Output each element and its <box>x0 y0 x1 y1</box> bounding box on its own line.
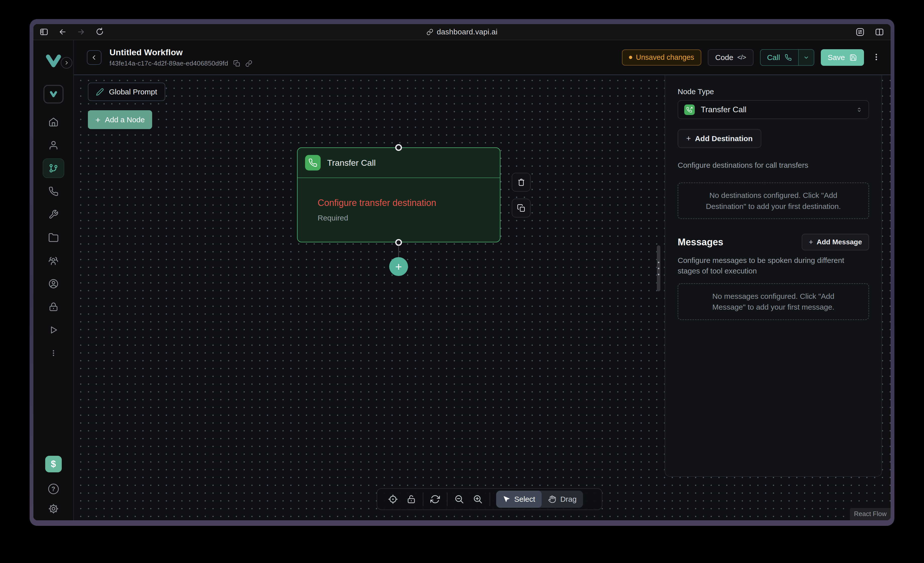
reload-icon[interactable] <box>95 27 104 36</box>
more-menu-button[interactable] <box>870 53 882 62</box>
workflow-title: Untitled Workflow <box>110 48 252 57</box>
url-text: dashboard.vapi.ai <box>437 28 498 36</box>
zoom-out-icon <box>454 494 464 504</box>
play-icon <box>43 320 64 340</box>
react-flow-attribution[interactable]: React Flow <box>850 508 891 520</box>
add-destination-button[interactable]: + Add Destination <box>678 129 761 148</box>
unlock-icon <box>406 494 416 504</box>
auto-layout-button[interactable] <box>426 494 444 504</box>
plus-icon: + <box>395 260 402 273</box>
sidebar-item-more[interactable] <box>33 342 74 365</box>
duplicate-node-button[interactable] <box>512 199 531 218</box>
zoom-out-button[interactable] <box>450 494 468 504</box>
transfer-call-node[interactable]: Transfer Call Configure transfer destina… <box>297 147 500 242</box>
trash-icon <box>517 178 525 186</box>
browser-window: dashboard.vapi.ai <box>30 19 894 526</box>
global-prompt-label: Global Prompt <box>109 88 157 96</box>
lock-canvas-button[interactable] <box>402 494 420 504</box>
phone-icon <box>43 182 64 201</box>
panel-resize-handle[interactable] <box>657 245 660 291</box>
drag-label: Drag <box>560 495 576 503</box>
toolbar-divider <box>447 492 447 506</box>
settings-button[interactable] <box>48 503 59 514</box>
add-node-label: Add a Node <box>105 116 145 124</box>
select-mode-button[interactable]: Select <box>496 491 542 508</box>
call-button[interactable]: Call <box>760 50 798 65</box>
node-warning-note: Required <box>318 214 491 222</box>
node-type-value: Transfer Call <box>701 105 747 114</box>
destinations-description: Configure destinations for call transfer… <box>678 160 869 170</box>
add-message-label: Add Message <box>817 238 862 246</box>
dots-vertical-icon <box>43 343 64 363</box>
forward-icon[interactable] <box>76 27 86 36</box>
refresh-icon <box>430 494 440 504</box>
wrench-icon <box>43 205 64 224</box>
node-title: Transfer Call <box>327 158 376 168</box>
node-handle-top[interactable] <box>395 144 402 151</box>
browser-settings-icon[interactable] <box>855 27 865 37</box>
sidebar-item-home[interactable] <box>33 111 74 134</box>
code-button[interactable]: Code </> <box>708 49 753 66</box>
zoom-in-icon <box>473 494 483 504</box>
workflow-id: f43fe14a-c17c-4d2f-89ae-ed406850d9fd <box>110 60 228 67</box>
global-prompt-button[interactable]: Global Prompt <box>88 83 165 101</box>
plus-icon: + <box>686 134 691 143</box>
node-handle-bottom[interactable] <box>395 239 402 246</box>
split-view-icon[interactable] <box>875 27 884 37</box>
unsaved-label: Unsaved changes <box>636 53 694 62</box>
sidebar-item-squads[interactable] <box>33 249 74 272</box>
window-content: dashboard.vapi.ai <box>33 24 891 520</box>
sidebar-item-workflows[interactable] <box>33 157 74 180</box>
billing-button[interactable]: $ <box>45 456 62 472</box>
add-message-button[interactable]: + Add Message <box>802 234 869 250</box>
sidebar-item-api-keys[interactable] <box>33 295 74 318</box>
lock-icon <box>43 297 64 317</box>
add-node-button[interactable]: + Add a Node <box>88 110 152 129</box>
node-type-label: Node Type <box>678 87 869 96</box>
back-icon[interactable] <box>58 27 67 36</box>
workflow-icon <box>43 158 64 178</box>
select-label: Select <box>514 495 535 503</box>
workspace-switcher[interactable] <box>44 85 63 104</box>
link-id-icon[interactable] <box>245 60 252 67</box>
sidebar-item-phone-numbers[interactable] <box>33 180 74 203</box>
help-button[interactable]: ? <box>48 483 59 494</box>
save-button[interactable]: Save <box>821 49 864 66</box>
delete-node-button[interactable] <box>512 173 531 192</box>
browser-sidebar-toggle-icon[interactable] <box>39 27 48 36</box>
call-dropdown-button[interactable] <box>798 50 814 65</box>
node-body: Configure transfer destination Required <box>297 178 500 222</box>
sidebar-item-files[interactable] <box>33 226 74 249</box>
sidebar-item-test[interactable] <box>33 318 74 342</box>
phone-icon <box>305 155 321 171</box>
messages-description: Configure messages to be spoken during d… <box>678 255 864 276</box>
browser-toolbar: dashboard.vapi.ai <box>33 24 891 40</box>
copy-id-icon[interactable] <box>233 60 240 67</box>
sidebar-item-assistants[interactable] <box>33 134 74 157</box>
sidebar-expand-button[interactable] <box>61 57 72 69</box>
person-circle-icon <box>43 274 64 294</box>
chevron-down-icon <box>803 54 810 61</box>
cursor-icon <box>502 495 510 503</box>
sidebar-item-profile[interactable] <box>33 272 74 295</box>
vapi-logo[interactable] <box>45 54 62 69</box>
pencil-icon <box>96 88 104 96</box>
drag-mode-button[interactable]: Drag <box>542 491 583 508</box>
zoom-in-button[interactable] <box>468 494 487 504</box>
home-icon <box>43 112 64 132</box>
back-button[interactable] <box>87 50 102 65</box>
phone-icon <box>784 54 792 61</box>
sidebar-item-tools[interactable] <box>33 203 74 226</box>
link-icon <box>427 29 434 35</box>
transfer-call-icon <box>684 105 695 115</box>
add-destination-label: Add Destination <box>695 134 753 143</box>
address-bar[interactable]: dashboard.vapi.ai <box>427 28 498 36</box>
save-label: Save <box>828 53 845 62</box>
hand-icon <box>548 495 556 503</box>
add-connected-node-button[interactable]: + <box>389 257 408 276</box>
fit-view-button[interactable] <box>384 494 402 504</box>
toolbar-divider <box>490 492 490 506</box>
plus-icon: + <box>95 116 100 124</box>
node-type-select[interactable]: Transfer Call <box>678 100 869 119</box>
unsaved-dot-icon <box>629 56 632 59</box>
